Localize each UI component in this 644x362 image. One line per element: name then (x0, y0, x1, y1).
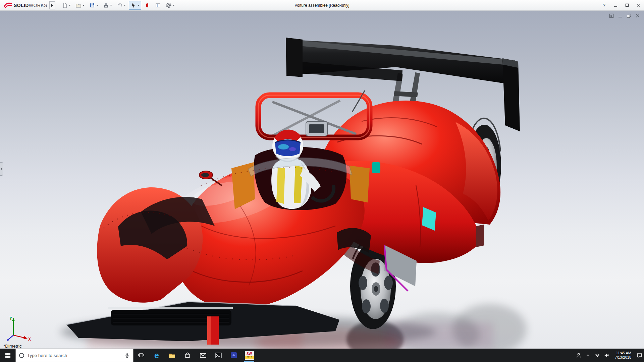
orientation-triad[interactable]: Y X (5, 314, 32, 341)
help-glyph: ? (603, 3, 605, 8)
menu-flyout-button[interactable] (49, 1, 55, 9)
select-tool-button[interactable] (129, 1, 141, 10)
undo-icon (117, 2, 123, 8)
taskbar-app-mail[interactable] (195, 349, 211, 362)
minimize-icon (614, 3, 618, 7)
dropdown-caret-icon[interactable] (96, 5, 98, 6)
tray-volume-button[interactable] (602, 353, 611, 358)
brand-light: WORKS (29, 3, 47, 8)
solidworks-brand: SOLIDWORKS (0, 2, 49, 9)
cortana-icon (19, 353, 24, 358)
doc-restore-icon (627, 13, 631, 18)
view-orientation-label: *Dimetric (3, 344, 22, 349)
new-document-icon (62, 2, 68, 8)
terminal-icon (215, 353, 222, 358)
dropdown-caret-icon[interactable] (138, 5, 140, 6)
dropdown-caret-icon[interactable] (124, 5, 126, 6)
design-table-icon (155, 2, 161, 8)
taskbar-search[interactable] (15, 349, 133, 362)
print-button[interactable] (101, 1, 114, 10)
taskbar-app-solidworks[interactable]: SW 2017 (241, 349, 257, 362)
triad-y-label: Y (9, 316, 12, 321)
windows-logo-icon (5, 353, 11, 358)
minimize-button[interactable] (610, 0, 621, 10)
select-cursor-icon (130, 2, 137, 8)
task-view-button[interactable] (133, 349, 149, 362)
action-center-icon (637, 353, 642, 358)
maximize-icon (625, 3, 629, 7)
options-button[interactable] (164, 1, 176, 10)
windows-taskbar: e (0, 349, 644, 362)
window-title: Voiture assemblee [Read-only] (294, 0, 349, 11)
taskbar-app-dev-tool[interactable] (226, 349, 241, 362)
microphone-icon[interactable] (124, 352, 130, 358)
dev-app-icon (230, 352, 237, 359)
edge-icon: e (154, 351, 159, 360)
taskbar-app-terminal[interactable] (211, 349, 226, 362)
speaker-icon (604, 353, 609, 358)
gear-icon (166, 2, 172, 8)
person-icon (576, 353, 581, 358)
system-tray: 11:45 AM 7/13/2018 (574, 349, 644, 362)
doc-close-button[interactable] (635, 13, 640, 18)
window-controls: ? (598, 0, 644, 10)
solidworks-app-icon: SW 2017 (245, 351, 254, 360)
design-table-button[interactable] (153, 1, 163, 10)
dropdown-caret-icon[interactable] (173, 5, 175, 6)
wifi-icon (595, 353, 600, 358)
dropdown-caret-icon[interactable] (83, 5, 85, 6)
taskbar-app-edge[interactable]: e (149, 349, 164, 362)
triad-x-label: X (28, 337, 31, 341)
taskbar-clock[interactable]: 11:45 AM 7/13/2018 (611, 351, 635, 360)
sw-year: 2017 (245, 356, 254, 359)
record-macro-button[interactable] (143, 1, 152, 10)
file-explorer-icon (169, 353, 175, 358)
maximize-button[interactable] (621, 0, 633, 10)
model-3d-canvas[interactable] (0, 11, 644, 349)
undo-button[interactable] (115, 1, 127, 10)
help-button[interactable]: ? (598, 0, 610, 10)
doc-dock-button[interactable] (609, 13, 614, 18)
flyout-arrow-icon (51, 4, 53, 7)
solidworks-window: SOLIDWORKS (0, 0, 644, 362)
start-button[interactable] (0, 349, 15, 362)
dropdown-caret-icon[interactable] (110, 5, 112, 6)
brand-bold: SOLID (14, 3, 29, 8)
doc-dock-icon (609, 13, 614, 18)
taskbar-app-store[interactable] (180, 349, 195, 362)
task-view-icon (138, 353, 144, 358)
document-window-controls (609, 13, 640, 18)
chevron-up-icon (586, 353, 590, 358)
race-car-model[interactable] (66, 38, 520, 345)
close-button[interactable] (633, 0, 644, 10)
taskbar-app-file-explorer[interactable] (164, 349, 180, 362)
close-icon (637, 3, 640, 7)
sw-letters: SW (247, 352, 252, 356)
solidworks-logo-icon (3, 2, 12, 9)
panel-collapse-tab[interactable] (0, 162, 3, 176)
mail-envelope-icon (200, 353, 206, 358)
save-button[interactable] (88, 1, 100, 10)
titlebar: SOLIDWORKS (0, 0, 644, 11)
clock-time: 11:45 AM (616, 351, 631, 355)
quick-access-toolbar (60, 1, 176, 10)
doc-restore-button[interactable] (626, 13, 631, 18)
brand-text: SOLIDWORKS (14, 3, 47, 8)
open-folder-icon (75, 2, 82, 8)
doc-minimize-button[interactable] (618, 13, 623, 18)
open-button[interactable] (74, 1, 86, 10)
new-document-button[interactable] (60, 1, 72, 10)
clock-date: 7/13/2018 (615, 355, 631, 360)
tray-show-hidden-button[interactable] (583, 353, 593, 358)
tray-network-button[interactable] (593, 353, 602, 358)
doc-close-icon (635, 13, 640, 18)
doc-minimize-icon (618, 13, 623, 18)
save-icon (89, 2, 95, 8)
search-input[interactable] (27, 353, 121, 358)
graphics-viewport[interactable]: Y X *Dimetric (0, 11, 644, 349)
tray-people-button[interactable] (574, 353, 583, 358)
print-icon (103, 2, 109, 8)
dropdown-caret-icon[interactable] (69, 5, 71, 6)
store-bag-icon (184, 352, 191, 358)
action-center-button[interactable] (635, 353, 644, 358)
